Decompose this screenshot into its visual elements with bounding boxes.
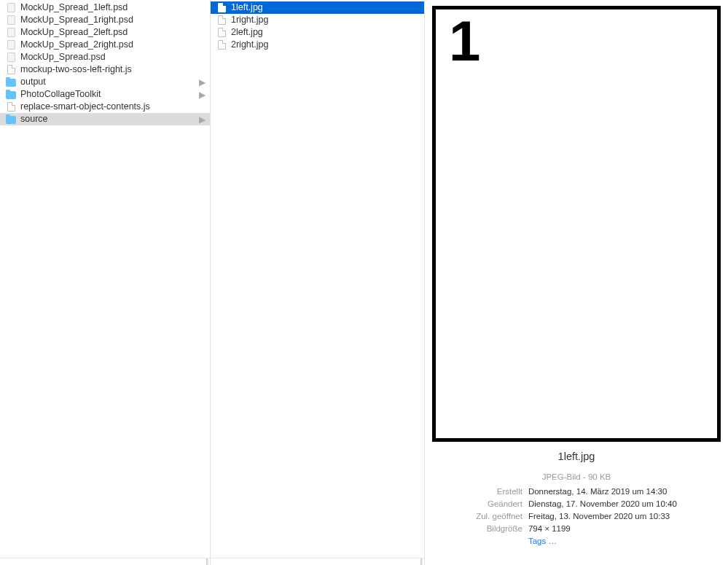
metadata-key: Bildgröße (476, 523, 528, 535)
folder-icon (6, 90, 16, 100)
file-label: MockUp_Spread.psd (20, 51, 106, 63)
file-icon (6, 65, 16, 75)
file-icon (216, 15, 227, 26)
psd-file-icon (6, 15, 16, 26)
metadata-key (476, 535, 528, 548)
file-icon (216, 40, 227, 50)
file-label: MockUp_Spread_2left.psd (20, 26, 128, 39)
list-item[interactable]: MockUp_Spread_2left.psd (0, 26, 210, 39)
file-label: MockUp_Spread_2right.psd (20, 39, 133, 51)
finder-preview-column: 1 1left.jpg JPEG-Bild - 90 KB ErstelltDo… (425, 0, 728, 565)
list-item[interactable]: output▶ (0, 76, 210, 88)
file-icon (216, 28, 227, 38)
chevron-right-icon: ▶ (199, 78, 206, 87)
metadata-value: Donnerstag, 14. März 2019 um 14:30 (528, 486, 677, 498)
list-item[interactable]: 2right.jpg (211, 39, 424, 51)
column-resize-handle[interactable]: || (0, 558, 210, 565)
file-label: 2right.jpg (231, 39, 268, 51)
file-list-2: 1left.jpg1right.jpg2left.jpg2right.jpg (211, 0, 424, 51)
list-item[interactable]: mockup-two-sos-left-right.js (0, 63, 210, 76)
chevron-right-icon: ▶ (199, 115, 206, 124)
metadata-row: Bildgröße794 × 1199 (476, 523, 677, 535)
preview-metadata: JPEG-Bild - 90 KB ErstelltDonnerstag, 14… (432, 472, 721, 548)
metadata-row: Tags … (476, 535, 677, 548)
metadata-key: Zul. geöffnet (476, 510, 528, 523)
file-label: MockUp_Spread_1right.psd (20, 14, 133, 26)
file-label: PhotoCollageToolkit (20, 88, 101, 101)
file-label: 1right.jpg (231, 14, 268, 26)
psd-file-icon (6, 3, 16, 13)
psd-file-icon (6, 28, 16, 38)
metadata-row: ErstelltDonnerstag, 14. März 2019 um 14:… (476, 486, 677, 498)
list-item[interactable]: MockUp_Spread_2right.psd (0, 39, 210, 51)
psd-file-icon (6, 52, 16, 63)
finder-column-1: MockUp_Spread_1left.psdMockUp_Spread_1ri… (0, 0, 211, 565)
file-icon (216, 3, 227, 13)
list-item[interactable]: source▶ (0, 113, 210, 125)
tags-link[interactable]: Tags … (528, 537, 557, 545)
list-item[interactable]: 1right.jpg (211, 14, 424, 26)
file-label: replace-smart-object-contents.js (20, 101, 150, 113)
file-list-1: MockUp_Spread_1left.psdMockUp_Spread_1ri… (0, 0, 210, 125)
folder-icon (6, 114, 16, 125)
list-item[interactable]: MockUp_Spread_1left.psd (0, 1, 210, 14)
preview-content-number: 1 (449, 12, 480, 69)
metadata-row: GeändertDienstag, 17. November 2020 um 1… (476, 498, 677, 510)
chevron-right-icon: ▶ (199, 90, 206, 99)
psd-file-icon (6, 40, 16, 50)
preview-thumbnail: 1 (432, 6, 721, 442)
metadata-value: Freitag, 13. November 2020 um 10:33 (528, 510, 677, 523)
finder-column-2: 1left.jpg1right.jpg2left.jpg2right.jpg |… (211, 0, 425, 565)
file-label: MockUp_Spread_1left.psd (20, 1, 128, 14)
list-item[interactable]: MockUp_Spread.psd (0, 51, 210, 63)
metadata-value: Dienstag, 17. November 2020 um 10:40 (528, 498, 677, 510)
file-label: mockup-two-sos-left-right.js (20, 63, 132, 76)
preview-filetype: JPEG-Bild - 90 KB (432, 472, 721, 481)
metadata-value: 794 × 1199 (528, 523, 677, 535)
list-item[interactable]: MockUp_Spread_1right.psd (0, 14, 210, 26)
file-label: source (20, 113, 48, 125)
file-icon (6, 102, 16, 112)
list-item[interactable]: 1left.jpg (211, 1, 424, 14)
column-resize-handle[interactable]: || (211, 558, 424, 565)
list-item[interactable]: PhotoCollageToolkit▶ (0, 88, 210, 101)
metadata-key: Geändert (476, 498, 528, 510)
preview-filename: 1left.jpg (558, 451, 595, 462)
file-label: output (20, 76, 46, 88)
file-label: 1left.jpg (231, 1, 263, 14)
list-item[interactable]: 2left.jpg (211, 26, 424, 39)
file-label: 2left.jpg (231, 26, 263, 39)
metadata-row: Zul. geöffnetFreitag, 13. November 2020 … (476, 510, 677, 523)
list-item[interactable]: replace-smart-object-contents.js (0, 101, 210, 113)
metadata-key: Erstellt (476, 486, 528, 498)
folder-icon (6, 77, 16, 87)
